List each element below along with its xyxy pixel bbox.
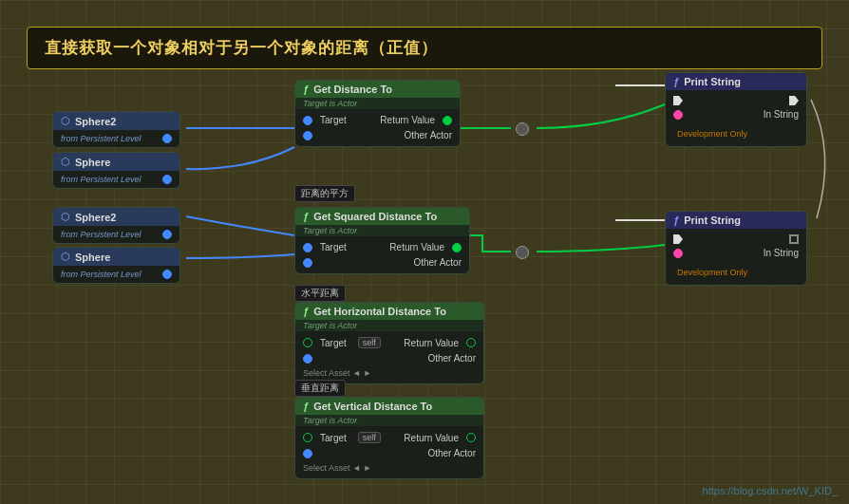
- node-subtitle: Target is Actor: [295, 415, 483, 426]
- return-output-pin[interactable]: [466, 338, 476, 347]
- other-input-pin[interactable]: [303, 449, 312, 458]
- node-subtitle: Target is Actor: [295, 225, 469, 236]
- node-header: ƒ Print String: [666, 212, 806, 229]
- get-distance-node[interactable]: ƒ Get Distance To Target is Actor Target…: [294, 80, 461, 147]
- blueprint-canvas: 直接获取一个对象相对于另一个对象的距离（正值） ⬡ Sphere2 from P…: [0, 0, 849, 504]
- return-output-pin[interactable]: [452, 243, 462, 252]
- actor-sphere-top[interactable]: ⬡ Sphere from Persistent Level: [52, 152, 180, 189]
- pin-other: Other Actor: [303, 257, 462, 268]
- dev-only-label: Development Only: [673, 262, 799, 279]
- output-pin[interactable]: [162, 175, 172, 184]
- watermark: https://blog.csdn.net/W_KID_: [703, 485, 838, 496]
- print-string-2[interactable]: ƒ Print String In String Development Onl…: [665, 211, 807, 286]
- node-body: In String Development Only: [666, 229, 806, 285]
- get-vertical-node[interactable]: ƒ Get Vertical Distance To Target is Act…: [294, 397, 484, 479]
- output-pin[interactable]: [162, 230, 172, 239]
- output-pin[interactable]: [162, 270, 172, 279]
- actor-icon: ⬡: [61, 251, 70, 263]
- node-body: Target Return Value Other Actor: [295, 109, 460, 146]
- other-input-pin[interactable]: [303, 258, 312, 268]
- other-label: Other Actor: [404, 130, 452, 140]
- reroute-2[interactable]: [516, 246, 529, 259]
- node-title: Get Distance To: [313, 84, 392, 95]
- in-string-label: In String: [764, 248, 799, 258]
- actor-name: Sphere: [75, 157, 110, 168]
- node-subtitle: Target is Actor: [295, 98, 460, 109]
- other-input-pin[interactable]: [303, 131, 312, 140]
- pin-other: Other Actor: [303, 353, 476, 364]
- other-label: Other Actor: [427, 448, 476, 458]
- actor-sub: from Persistent Level: [61, 134, 142, 143]
- target-input-pin[interactable]: [303, 116, 312, 125]
- exec-out-pin[interactable]: [789, 234, 799, 244]
- return-label: Return Value: [404, 433, 459, 443]
- node-title: Get Horizontal Distance To: [313, 306, 446, 317]
- dev-only-text: Development Only: [673, 267, 751, 278]
- target-input-pin[interactable]: [303, 338, 312, 347]
- select-label[interactable]: Select Asset ◄ ►: [303, 463, 371, 473]
- func-icon: ƒ: [673, 215, 679, 226]
- pin-target: Target self Return Value: [303, 432, 476, 443]
- actor-sphere-mid[interactable]: ⬡ Sphere from Persistent Level: [52, 247, 180, 284]
- actor-sub: from Persistent Level: [61, 270, 142, 279]
- node-title: Get Vertical Distance To: [313, 401, 432, 412]
- return-label: Return Value: [380, 115, 435, 125]
- exec-in-pin[interactable]: [673, 234, 683, 244]
- pin-target: Target self Return Value: [303, 337, 476, 348]
- return-output-pin[interactable]: [466, 433, 476, 442]
- actor-header: ⬡ Sphere: [53, 248, 179, 266]
- target-label: Target: [320, 115, 347, 125]
- other-label: Other Actor: [413, 257, 462, 268]
- title-text: 直接获取一个对象相对于另一个对象的距离（正值）: [45, 39, 438, 57]
- actor-sub: from Persistent Level: [61, 230, 142, 239]
- in-string-pin[interactable]: [673, 249, 683, 258]
- target-label: Target: [320, 242, 347, 252]
- return-label: Return Value: [404, 338, 459, 348]
- func-icon: ƒ: [303, 211, 309, 222]
- actor-icon: ⬡: [61, 156, 70, 168]
- node-header: ƒ Get Horizontal Distance To: [295, 303, 483, 320]
- func-icon: ƒ: [303, 401, 309, 412]
- target-input-pin[interactable]: [303, 243, 312, 252]
- get-squared-distance-node[interactable]: ƒ Get Squared Distance To Target is Acto…: [294, 207, 470, 274]
- actor-body: from Persistent Level: [53, 171, 179, 188]
- node-body: Target self Return Value Other Actor Sel…: [295, 331, 483, 383]
- select-label[interactable]: Select Asset ◄ ►: [303, 368, 371, 378]
- pin-in-string: In String: [673, 109, 799, 120]
- node-body: Target self Return Value Other Actor Sel…: [295, 426, 483, 478]
- get-horizontal-node[interactable]: ƒ Get Horizontal Distance To Target is A…: [294, 302, 484, 384]
- other-label: Other Actor: [427, 353, 476, 364]
- target-label: Target: [320, 433, 347, 443]
- title-banner: 直接获取一个对象相对于另一个对象的距离（正值）: [27, 27, 822, 69]
- actor-body: from Persistent Level: [53, 266, 179, 283]
- label-vert: 垂直距离: [294, 380, 346, 397]
- pin-exec-in: [673, 96, 799, 105]
- in-string-label: In String: [764, 109, 799, 120]
- actor-header: ⬡ Sphere2: [53, 112, 179, 130]
- node-header: ƒ Get Distance To: [295, 81, 460, 98]
- node-header: ƒ Print String: [666, 73, 806, 90]
- node-subtitle: Target is Actor: [295, 320, 483, 331]
- in-string-pin[interactable]: [673, 110, 683, 120]
- return-output-pin[interactable]: [443, 116, 452, 125]
- actor-sphere2-mid[interactable]: ⬡ Sphere2 from Persistent Level: [52, 207, 180, 244]
- other-input-pin[interactable]: [303, 354, 312, 364]
- dev-only-text: Development Only: [673, 128, 751, 140]
- actor-icon: ⬡: [61, 211, 70, 223]
- reroute-1[interactable]: [516, 122, 529, 136]
- output-pin[interactable]: [162, 134, 172, 143]
- target-input-pin[interactable]: [303, 433, 312, 442]
- node-body: In String Development Only: [666, 90, 806, 146]
- pin-select: Select Asset ◄ ►: [303, 368, 476, 378]
- exec-out-pin[interactable]: [789, 96, 799, 105]
- actor-sphere2-top[interactable]: ⬡ Sphere2 from Persistent Level: [52, 111, 180, 148]
- exec-in-pin[interactable]: [673, 96, 683, 105]
- node-title: Print String: [684, 76, 741, 87]
- pin-other: Other Actor: [303, 130, 452, 140]
- func-icon: ƒ: [673, 76, 679, 87]
- pin-select: Select Asset ◄ ►: [303, 463, 476, 473]
- pin-exec-in: [673, 234, 799, 244]
- self-badge: self: [358, 432, 381, 443]
- dev-only-label: Development Only: [673, 123, 799, 140]
- print-string-1[interactable]: ƒ Print String In String Development Onl…: [665, 72, 807, 147]
